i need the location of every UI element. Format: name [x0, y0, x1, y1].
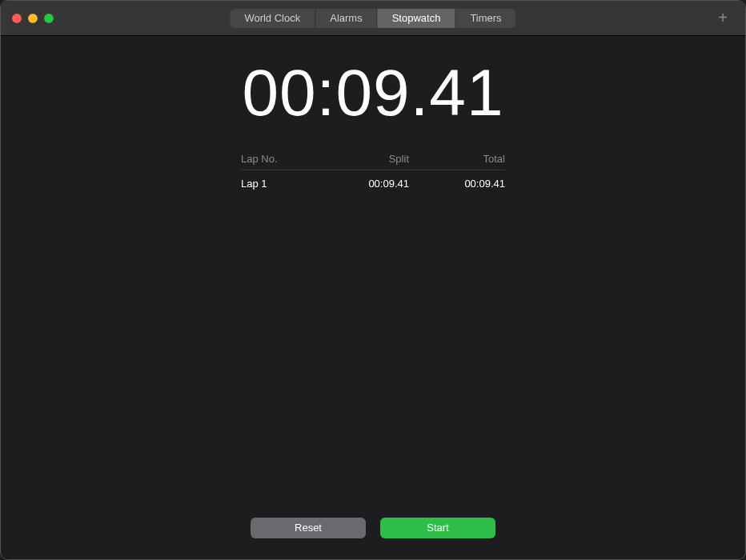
titlebar: World Clock Alarms Stopwatch Timers + — [1, 1, 745, 36]
tab-world-clock[interactable]: World Clock — [230, 9, 315, 28]
col-header-total: Total — [417, 153, 505, 165]
fullscreen-icon[interactable] — [44, 14, 54, 23]
col-header-split: Split — [321, 153, 409, 165]
reset-button[interactable]: Reset — [251, 518, 366, 538]
plus-icon: + — [718, 9, 728, 26]
elapsed-time: 00:09.41 — [1, 55, 745, 130]
stopwatch-pane: 00:09.41 Lap No. Split Total Lap 1 00:09… — [1, 36, 745, 559]
button-bar: Reset Start — [251, 518, 495, 538]
lap-table: Lap No. Split Total Lap 1 00:09.41 00:09… — [241, 153, 505, 197]
tab-stopwatch[interactable]: Stopwatch — [378, 9, 456, 28]
col-header-lap-no: Lap No. — [241, 153, 313, 165]
add-button[interactable]: + — [715, 10, 731, 26]
minimize-icon[interactable] — [28, 14, 38, 23]
tab-bar: World Clock Alarms Stopwatch Timers — [230, 9, 515, 28]
tab-alarms[interactable]: Alarms — [315, 9, 377, 28]
start-button[interactable]: Start — [380, 518, 495, 538]
lap-label: Lap 1 — [241, 178, 313, 190]
lap-row: Lap 1 00:09.41 00:09.41 — [241, 170, 505, 197]
lap-split: 00:09.41 — [321, 178, 409, 190]
tab-timers[interactable]: Timers — [455, 9, 515, 28]
lap-table-header: Lap No. Split Total — [241, 153, 505, 170]
lap-total: 00:09.41 — [417, 178, 505, 190]
window-controls — [12, 14, 54, 23]
close-icon[interactable] — [12, 14, 22, 23]
